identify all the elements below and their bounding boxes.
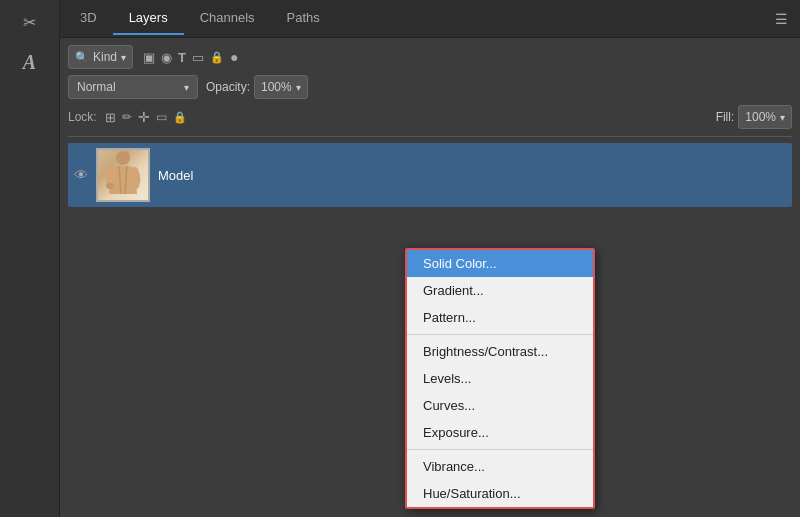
cut-tool-icon[interactable]: ✂	[14, 6, 46, 38]
fill-label: Fill:	[716, 110, 735, 124]
kind-filled-icon[interactable]: ●	[230, 49, 238, 65]
lock-artboard-icon[interactable]: ▭	[156, 110, 167, 124]
kind-shape-icon[interactable]: ▭	[192, 50, 204, 65]
normal-opacity-row: Normal ▾ Opacity: 100% ▾	[68, 74, 792, 100]
menu-separator-2	[407, 449, 593, 450]
text-tool-icon[interactable]: A	[14, 46, 46, 78]
layer-visibility-icon[interactable]: 👁	[74, 167, 88, 183]
kind-select[interactable]: 🔍 Kind ▾	[68, 45, 133, 69]
lock-position-icon[interactable]: ✛	[138, 109, 150, 125]
menu-item-gradient[interactable]: Gradient...	[407, 277, 593, 304]
lock-icons: ⊞ ✏ ✛ ▭ 🔒	[105, 109, 187, 125]
layer-name-label: Model	[158, 168, 193, 183]
menu-item-pattern[interactable]: Pattern...	[407, 304, 593, 331]
kind-chevron-icon: ▾	[121, 52, 126, 63]
menu-item-hue-saturation[interactable]: Hue/Saturation...	[407, 480, 593, 507]
tab-3d[interactable]: 3D	[64, 2, 113, 35]
opacity-value: 100%	[261, 80, 292, 94]
menu-item-curves[interactable]: Curves...	[407, 392, 593, 419]
kind-type-icon[interactable]: T	[178, 50, 186, 65]
menu-item-levels[interactable]: Levels...	[407, 365, 593, 392]
context-menu: Solid Color... Gradient... Pattern... Br…	[405, 248, 595, 509]
kind-icons: ▣ ◉ T ▭ 🔒 ●	[143, 49, 238, 65]
left-toolbar: ✂ A	[0, 0, 60, 517]
kind-label: Kind	[93, 50, 117, 64]
search-icon: 🔍	[75, 51, 89, 64]
menu-item-vibrance[interactable]: Vibrance...	[407, 453, 593, 480]
fill-chevron-icon: ▾	[780, 112, 785, 123]
tab-layers[interactable]: Layers	[113, 2, 184, 35]
tab-channels[interactable]: Channels	[184, 2, 271, 35]
blend-mode-chevron-icon: ▾	[184, 82, 189, 93]
lock-fill-row: Lock: ⊞ ✏ ✛ ▭ 🔒 Fill: 100% ▾	[68, 104, 792, 130]
fill-row: Fill: 100% ▾	[716, 105, 792, 129]
divider	[68, 136, 792, 137]
menu-item-exposure[interactable]: Exposure...	[407, 419, 593, 446]
layer-item-model[interactable]: 👁	[68, 143, 792, 207]
lock-all-icon[interactable]: 🔒	[173, 111, 187, 124]
fill-select[interactable]: 100% ▾	[738, 105, 792, 129]
model-silhouette-icon	[105, 150, 141, 200]
kind-pixel-icon[interactable]: ▣	[143, 50, 155, 65]
fill-value: 100%	[745, 110, 776, 124]
opacity-row: Opacity: 100% ▾	[206, 75, 308, 99]
menu-item-solid-color[interactable]: Solid Color...	[407, 250, 593, 277]
blend-mode-label: Normal	[77, 80, 116, 94]
svg-point-1	[106, 183, 114, 189]
kind-adjustment-icon[interactable]: ◉	[161, 50, 172, 65]
opacity-label: Opacity:	[206, 80, 250, 94]
layer-thumb-content	[98, 150, 148, 200]
layers-panel: 🔍 Kind ▾ ▣ ◉ T ▭ 🔒 ● Normal ▾ Opacity:	[60, 38, 800, 517]
layer-thumbnail	[96, 148, 150, 202]
panel-menu-icon[interactable]: ☰	[767, 11, 796, 27]
lock-pixels-icon[interactable]: ⊞	[105, 110, 116, 125]
lock-label: Lock:	[68, 110, 97, 124]
main-panel: 3D Layers Channels Paths ☰ 🔍 Kind ▾ ▣ ◉ …	[60, 0, 800, 517]
lock-image-icon[interactable]: ✏	[122, 110, 132, 124]
opacity-chevron-icon: ▾	[296, 82, 301, 93]
kind-smartobject-icon[interactable]: 🔒	[210, 51, 224, 64]
blend-mode-select[interactable]: Normal ▾	[68, 75, 198, 99]
menu-separator-1	[407, 334, 593, 335]
tab-bar: 3D Layers Channels Paths ☰	[60, 0, 800, 38]
kind-row: 🔍 Kind ▾ ▣ ◉ T ▭ 🔒 ●	[68, 44, 792, 70]
menu-item-brightness-contrast[interactable]: Brightness/Contrast...	[407, 338, 593, 365]
tab-paths[interactable]: Paths	[271, 2, 336, 35]
opacity-select[interactable]: 100% ▾	[254, 75, 308, 99]
svg-point-0	[116, 151, 130, 165]
